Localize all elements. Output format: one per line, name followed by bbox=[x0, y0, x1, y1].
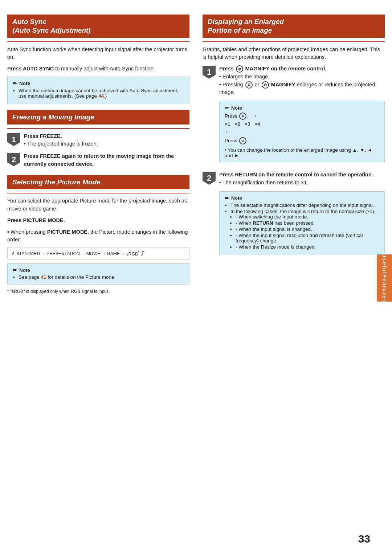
circle-plus-icon: ⊕ bbox=[239, 113, 246, 120]
magnify-step-1-content: Press ⊕ MAGNIFY on the remote control. •… bbox=[219, 65, 385, 97]
zoom-x2: ×2 bbox=[234, 121, 240, 127]
note-title-1: ✏ Note bbox=[13, 81, 184, 86]
picture-mode-instruction-title: Press PICTURE MODE. bbox=[7, 217, 189, 225]
left-column: Auto Sync(Auto Sync Adjustment) Auto Syn… bbox=[7, 15, 189, 298]
zoom-x1: ×1 bbox=[225, 121, 230, 127]
freeze-step-1: 1 Press FREEZE. • The projected image is… bbox=[7, 132, 189, 148]
note-icon-1: ✏ bbox=[13, 81, 17, 86]
enlarged-divider bbox=[203, 41, 385, 42]
note-case-signal: - When the input signal is changed. bbox=[236, 226, 379, 232]
flow-presentation: PRESENTATION bbox=[46, 251, 80, 256]
picture-mode-note: ✏ Note See page 41 for details on the Pi… bbox=[7, 263, 189, 285]
auto-sync-header: Auto Sync(Auto Sync Adjustment) bbox=[7, 15, 189, 38]
magnify-press-minus-label: Press ⊖. bbox=[225, 137, 379, 144]
magnify-step-2-content: Press RETURN on the remote control to ca… bbox=[219, 171, 385, 187]
picture-mode-header: Selecting the Picture Mode bbox=[7, 175, 189, 189]
magnify-plus-icon-2: ⊕ bbox=[245, 81, 253, 89]
note-item-magnification: The selectable magnifications differ dep… bbox=[230, 203, 379, 208]
note-case-input: - When switching the Input mode. bbox=[236, 214, 379, 220]
magnify-press-plus-label: Press ⊕. bbox=[225, 113, 249, 120]
magnify-location-note: • You can change the location of the enl… bbox=[225, 147, 379, 158]
picture-mode-title: Selecting the Picture Mode bbox=[12, 178, 184, 187]
page-link-44[interactable]: 44 bbox=[98, 93, 104, 99]
freeze-step-2-number: 2 bbox=[7, 153, 20, 166]
auto-sync-title: Auto Sync(Auto Sync Adjustment) bbox=[12, 17, 184, 35]
magnify-step-2-note: ✏ Note The selectable magnifications dif… bbox=[219, 191, 385, 254]
note-case-resize: - When the Resize mode is changed. bbox=[236, 244, 379, 250]
enlarged-title: Displaying an EnlargedPortion of an Imag… bbox=[208, 17, 380, 35]
zoom-x4: ×4 bbox=[254, 121, 260, 127]
left-arrow: ← bbox=[225, 128, 231, 136]
magnify-plus-icon: ⊕ bbox=[236, 65, 243, 73]
picture-mode-flow-text: • When pressing PICTURE MODE, the Pictur… bbox=[7, 228, 189, 244]
flow-movie: MOVIE bbox=[86, 251, 101, 256]
note-case-return: - When RETURN has been pressed. bbox=[236, 220, 379, 226]
note-icon-4: ✏ bbox=[225, 195, 229, 201]
note-icon-3: ✏ bbox=[225, 105, 229, 111]
magnify-diagram: Press ⊕. → ×1 ×2 ×3 ×4 ← Press ⊖. bbox=[225, 112, 379, 144]
enlarged-body: Graphs, tables and other portions of pro… bbox=[203, 46, 385, 62]
auto-sync-instruction: Press AUTO SYNC to manually adjust with … bbox=[7, 65, 189, 73]
note-icon-2: ✏ bbox=[13, 267, 17, 273]
sidebar-useful: Useful bbox=[381, 253, 388, 274]
freeze-step-2: 2 Press FREEZE again to return to the mo… bbox=[7, 152, 189, 168]
enlarged-header: Displaying an EnlargedPortion of an Imag… bbox=[203, 15, 385, 38]
page-number: 33 bbox=[358, 533, 370, 545]
flow-game: GAME bbox=[107, 251, 119, 256]
magnify-step-1-number: 1 bbox=[203, 66, 216, 79]
freezing-divider bbox=[7, 128, 189, 129]
auto-sync-divider bbox=[7, 41, 189, 42]
freezing-header: Freezing a Moving Image bbox=[7, 110, 189, 124]
circle-minus-icon: ⊖ bbox=[239, 137, 246, 144]
freeze-step-1-number: 1 bbox=[7, 133, 20, 146]
note-title-2: ✏ Note bbox=[13, 267, 184, 273]
flow-standard: STANDARD bbox=[16, 251, 40, 256]
picture-mode-note-item: See page 41 for details on the Picture m… bbox=[19, 274, 184, 280]
sidebar-features: Features bbox=[381, 274, 388, 303]
magnify-step-1-note: ✏ Note Press ⊕. → ×1 ×2 ×3 ×4 ← bbox=[219, 101, 385, 162]
picture-mode-body: You can select the appropriate Picture m… bbox=[7, 197, 189, 213]
sidebar-tab: Useful Features bbox=[377, 254, 392, 302]
flow-end-arrow: ⤴ bbox=[141, 250, 144, 257]
freezing-title: Freezing a Moving Image bbox=[12, 113, 184, 122]
picture-mode-flow: ↱ STANDARD → PRESENTATION → MOVIE → GAME… bbox=[7, 248, 189, 259]
auto-sync-note-item: When the optimum image cannot be achieve… bbox=[19, 88, 184, 99]
flow-srgb: sRGB* bbox=[126, 250, 139, 257]
zoom-x3: ×3 bbox=[245, 121, 250, 127]
note-case-resolution: - When the input signal resolution and r… bbox=[236, 233, 379, 244]
flow-start-arrow: ↱ bbox=[11, 251, 15, 256]
freeze-step-1-content: Press FREEZE. • The projected image is f… bbox=[24, 132, 189, 148]
magnify-step-1: 1 Press ⊕ MAGNIFY on the remote control.… bbox=[203, 65, 385, 97]
freeze-step-2-content: Press FREEZE again to return to the movi… bbox=[24, 152, 189, 168]
page-link-41[interactable]: 41 bbox=[41, 274, 46, 280]
right-column: Displaying an EnlargedPortion of an Imag… bbox=[203, 15, 385, 298]
picture-mode-footnote: * "sRGB" is displayed only when RGB sign… bbox=[7, 288, 189, 295]
magnify-step-2: 2 Press RETURN on the remote control to … bbox=[203, 171, 385, 187]
auto-sync-note: ✏ Note When the optimum image cannot be … bbox=[7, 77, 189, 103]
note-title-3: ✏ Note bbox=[225, 105, 379, 111]
auto-sync-body: Auto Sync function works when detecting … bbox=[7, 46, 189, 62]
note-title-4: ✏ Note bbox=[225, 195, 379, 201]
picture-mode-divider bbox=[7, 193, 189, 193]
magnify-step-2-number: 2 bbox=[203, 172, 216, 185]
note-item-cases: In the following cases, the image will r… bbox=[230, 209, 379, 250]
magnify-minus-icon: ⊖ bbox=[262, 81, 269, 89]
right-arrow: → bbox=[251, 112, 257, 120]
